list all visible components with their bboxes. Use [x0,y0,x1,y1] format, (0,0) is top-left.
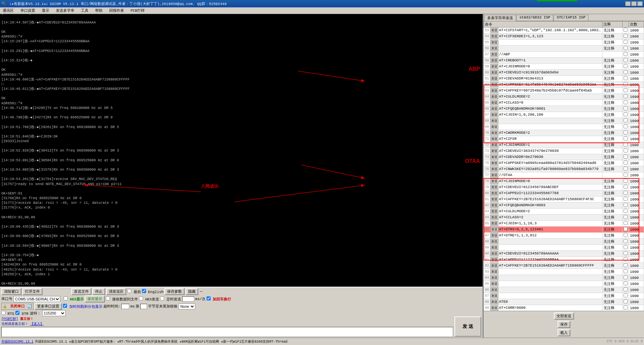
table-row[interactable]: 91发送AT+CAPPEUI=112233445566BBAA无注释1000 [484,257,644,263]
baudrate-select[interactable]: 115200 [42,310,66,316]
stop-btn[interactable]: 停止 [92,288,105,295]
table-row[interactable]: 65发送AT+CCLASS=0无注释1000 [484,100,644,106]
row-send-btn[interactable]: 发送 [490,299,498,304]
cmd-cell[interactable]: 53发送AT+CIFSTART=1,"UDP","192.168.1.102",… [484,27,602,34]
cmd-cell[interactable]: 94发送 [484,275,602,281]
hex-send-chk[interactable] [139,296,143,300]
row-send-btn[interactable]: 发送 [490,221,498,226]
page-num-input[interactable]: 1 [140,304,147,309]
table-row[interactable]: 64发送AT+CULDLMODE=2无注释1000 [484,94,644,100]
cmd-cell[interactable]: 90发送AT+CDEVEUI=0123456789AAAAAA [484,251,602,257]
cmd-cell[interactable]: 93发送 [484,269,602,275]
table-row[interactable]: 88发送无注释1000 [484,239,644,245]
row-checkbox[interactable] [624,34,628,38]
menu-multistring[interactable]: 发送多字串 [55,8,76,13]
refresh-icon[interactable]: 🔄 [27,304,32,308]
row-send-btn[interactable]: 发送 [490,142,498,148]
cmd-cell[interactable]: 78发送AT+CJOINMODE=0 [484,178,602,184]
cmd-cell[interactable]: 57发送//ABP [484,52,602,58]
row-checkbox[interactable] [624,227,628,231]
table-row[interactable]: 66发送AT+CFQEQBANDMASK=0001无注释1000 [484,106,644,112]
row-send-btn[interactable]: 发送 [490,281,498,286]
cmd-cell[interactable]: 96发送 [484,287,602,293]
cmd-cell[interactable]: 71发送AT+CIFSR [484,136,602,142]
timeout-input[interactable]: 20 [121,304,129,309]
row-checkbox[interactable] [624,233,628,237]
menu-display[interactable]: 显示 [41,8,51,13]
send-file-btn[interactable]: 发送文件 [71,288,91,295]
cmd-cell[interactable]: 63发送AT+CAFFKEY=5072549a7b245b8c97fdcaae6… [484,88,602,94]
cmd-cell[interactable]: 69发送 [484,124,602,130]
table-row[interactable]: 71发送AT+CIFSR无注释1000 [484,136,644,142]
row-checkbox[interactable] [624,245,628,249]
cmd-cell[interactable]: 80发送AT+CAPPEUI=1122334455667788 [484,190,602,196]
cmd-cell[interactable]: 73发送AT+CDEVEUI=363437470e270030 [484,148,602,154]
row-send-btn[interactable]: 发送 [490,46,498,51]
table-row[interactable]: 62发送AT+CAPPSKEY=614fe5b44b40c2e827eabae8… [484,82,644,88]
table-row[interactable]: 79发送AT+CDEVEUI=0123456789ABCDEF无注释1000 [484,184,644,190]
row-send-btn[interactable]: 发送 [490,209,498,214]
table-row[interactable]: 86发送AT+DTRX=0,2,6,123401无注释1000 [484,227,644,233]
send-all-btn[interactable]: 全部发送 [554,312,574,320]
cmd-cell[interactable]: 86发送AT+DTRX=0,2,6,123401 [484,227,602,233]
check-val-select[interactable]: None [178,303,195,309]
row-checkbox[interactable] [624,293,628,297]
table-row[interactable]: 75发送AT+CAPPSKEY=a0995ceaa808a37814d37504… [484,160,644,166]
row-send-btn[interactable]: 发送 [490,275,498,280]
cmd-cell[interactable]: 88发送 [484,239,602,245]
row-send-btn[interactable]: 发送 [490,251,498,256]
table-row[interactable]: 95发送无注释1000 [484,281,644,287]
cmd-cell[interactable]: 81发送AT+CAFFKEY=2B7E151628AED2A6ABF715880… [484,196,602,203]
table-row[interactable]: 73发送AT+CDEVEUI=363437470e270030无注释1000 [484,148,644,154]
row-send-btn[interactable]: 发送 [490,124,498,129]
row-send-btn[interactable]: 发送 [490,118,498,123]
cmd-cell[interactable]: 65发送AT+CCLASS=0 [484,100,602,106]
cmd-cell[interactable]: 84发送AT+CCLASS=2 [484,215,602,221]
row-checkbox[interactable] [624,197,628,201]
save-btn[interactable]: 保存 [558,321,570,328]
row-send-btn[interactable]: 发送 [490,149,498,154]
clear-window-btn[interactable]: 清除窗口 [1,288,21,295]
row-send-btn[interactable]: 发送 [490,106,498,111]
table-row[interactable]: 96发送无注释1000 [484,287,644,293]
cmd-cell[interactable]: 56发送 [484,46,602,52]
row-checkbox[interactable] [624,100,628,104]
row-checkbox[interactable] [624,209,628,213]
row-checkbox[interactable] [624,305,628,309]
input-area[interactable] [1,327,453,337]
row-send-btn[interactable]: 发送 [490,130,498,135]
table-row[interactable]: 59发送AT+CJOINMODE=0无注释1000 [484,64,644,70]
row-checkbox[interactable] [624,251,628,255]
cmd-cell[interactable]: 59发送AT+CJOINMODE=0 [484,64,602,70]
row-send-btn[interactable]: 发送 [490,161,498,166]
row-send-btn[interactable]: 发送 [490,233,498,238]
row-send-btn[interactable]: 发送 [490,305,498,310]
row-checkbox[interactable] [624,64,628,68]
row-checkbox[interactable] [624,58,628,62]
timer-send-chk[interactable] [160,296,164,300]
row-checkbox[interactable] [624,28,628,32]
cmd-cell[interactable]: 67发送AT+CJOIN=1,0,200,100 [484,112,602,118]
row-send-btn[interactable]: 发送 [490,52,498,57]
row-checkbox[interactable] [624,124,628,128]
row-checkbox[interactable] [624,106,628,110]
cmd-cell[interactable]: 68发送 [484,118,602,124]
table-row[interactable]: 70发送AT+CWORKMODE=2无注释1000 [484,130,644,136]
recv-file-chk[interactable] [106,296,110,300]
row-checkbox[interactable] [624,173,628,177]
row-send-btn[interactable]: 发送 [490,70,498,75]
row-send-btn[interactable]: 发送 [490,263,498,268]
row-checkbox[interactable] [624,239,628,243]
row-send-btn[interactable]: 发送 [490,40,498,45]
cmd-cell[interactable]: 74发送AT+CDEVADDR=0e270030 [484,154,602,160]
row-checkbox[interactable] [624,203,628,207]
table-row[interactable]: 94发送无注释1000 [484,275,644,281]
timer-ms-input[interactable]: 500 [182,296,194,302]
row-send-btn[interactable]: 发送 [490,58,498,63]
row-send-btn[interactable]: 发送 [490,269,498,274]
cmd-cell[interactable]: 60发送AT+CDEVEUI=c91391b7dab03ebe [484,70,602,76]
table-row[interactable]: 92发送AT+CAFFKEY=2B7E151628AED2A6ABF715880… [484,263,644,269]
send-btn[interactable]: 发 送 [454,317,481,337]
row-send-btn[interactable]: 发送 [490,245,498,250]
row-checkbox[interactable] [624,88,628,92]
